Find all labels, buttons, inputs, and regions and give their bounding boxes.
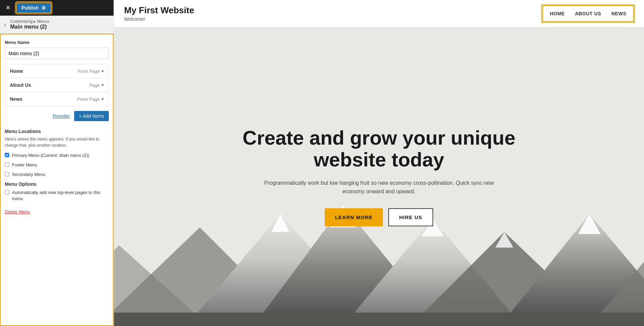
hero-section: Create and grow your unique website toda… [114, 27, 644, 326]
hero-buttons: LEARN MORE HIRE US [226, 208, 532, 226]
menu-items-list: Home Front Page ▾ About Us Page ▾ News P… [5, 64, 109, 106]
website-preview: My First Website Welcome! HOME ABOUT US … [114, 0, 644, 326]
close-button[interactable]: ✕ [3, 3, 13, 13]
menu-locations-title: Menu Locations [5, 129, 109, 134]
breadcrumb-info: Customizing ▸ Menus Main menu (2) [10, 19, 49, 30]
delete-menu-button[interactable]: Delete Menu [5, 209, 30, 214]
secondary-menu-checkbox[interactable] [5, 172, 9, 176]
breadcrumb-bar: ‹ Customizing ▸ Menus Main menu (2) [0, 16, 114, 34]
auto-add-pages-label: Automatically add new top-level pages to… [12, 190, 109, 202]
nav-link-home[interactable]: HOME [550, 11, 565, 16]
site-title-block: My First Website Welcome! [124, 5, 194, 22]
nav-link-about-us[interactable]: ABOUT US [575, 11, 601, 16]
publish-button[interactable]: Publish ⚙ [16, 2, 51, 13]
auto-add-pages-checkbox[interactable] [5, 190, 9, 194]
secondary-menu-label: Secondary Menu [12, 172, 45, 178]
chevron-down-icon: ▾ [102, 69, 104, 74]
footer-menu-label: Footer Menu [12, 162, 37, 168]
chevron-down-icon: ▾ [102, 83, 104, 87]
panel-content: Menu Name Home Front Page ▾ About Us Pag… [0, 34, 114, 326]
menu-actions: Reorder + Add Items [5, 110, 109, 123]
add-items-button[interactable]: + Add Items [74, 111, 109, 121]
gear-icon: ⚙ [41, 5, 46, 11]
primary-menu-label: Primary Menu (Current: Main menu (2)) [12, 152, 89, 159]
site-navigation: HOME ABOUT US NEWS [542, 5, 634, 22]
publish-label: Publish [21, 5, 39, 11]
customizer-panel: ✕ Publish ⚙ ‹ Customizing ▸ Menus Main m… [0, 0, 114, 326]
location-secondary-menu[interactable]: Secondary Menu [5, 172, 109, 178]
location-primary-menu[interactable]: Primary Menu (Current: Main menu (2)) [5, 152, 109, 159]
menu-item-home[interactable]: Home Front Page ▾ [5, 64, 108, 78]
hero-content: Create and grow your unique website toda… [226, 127, 532, 240]
top-bar: ✕ Publish ⚙ [0, 0, 114, 16]
footer-menu-checkbox[interactable] [5, 162, 9, 167]
primary-menu-checkbox[interactable] [5, 153, 9, 157]
hire-us-button[interactable]: HIRE US [388, 208, 433, 226]
location-footer-menu[interactable]: Footer Menu [5, 162, 109, 168]
breadcrumb-path: Customizing ▸ Menus [10, 19, 49, 24]
site-tagline: Welcome! [124, 16, 194, 22]
breadcrumb-title: Main menu (2) [10, 24, 49, 30]
menu-name-input[interactable] [5, 48, 109, 59]
chevron-down-icon: ▾ [102, 97, 104, 101]
site-header: My First Website Welcome! HOME ABOUT US … [114, 0, 644, 27]
reorder-button[interactable]: Reorder [53, 113, 70, 119]
learn-more-button[interactable]: LEARN MORE [325, 208, 383, 226]
menu-options-title: Menu Options [5, 181, 109, 187]
nav-link-news[interactable]: NEWS [611, 11, 626, 16]
menu-item-news[interactable]: News Posts Page ▾ [5, 92, 108, 106]
menu-locations-desc: Here's where this menu appears. If you w… [5, 136, 109, 148]
auto-add-pages-option[interactable]: Automatically add new top-level pages to… [5, 190, 109, 202]
menu-name-label: Menu Name [5, 40, 109, 45]
back-arrow-icon[interactable]: ‹ [4, 21, 6, 28]
menu-item-about-us[interactable]: About Us Page ▾ [5, 78, 108, 92]
hero-subtext: Programmatically work but low hanging fr… [260, 179, 498, 196]
hero-headline: Create and grow your unique website toda… [226, 127, 532, 170]
site-title: My First Website [124, 5, 194, 16]
svg-rect-13 [114, 312, 644, 326]
